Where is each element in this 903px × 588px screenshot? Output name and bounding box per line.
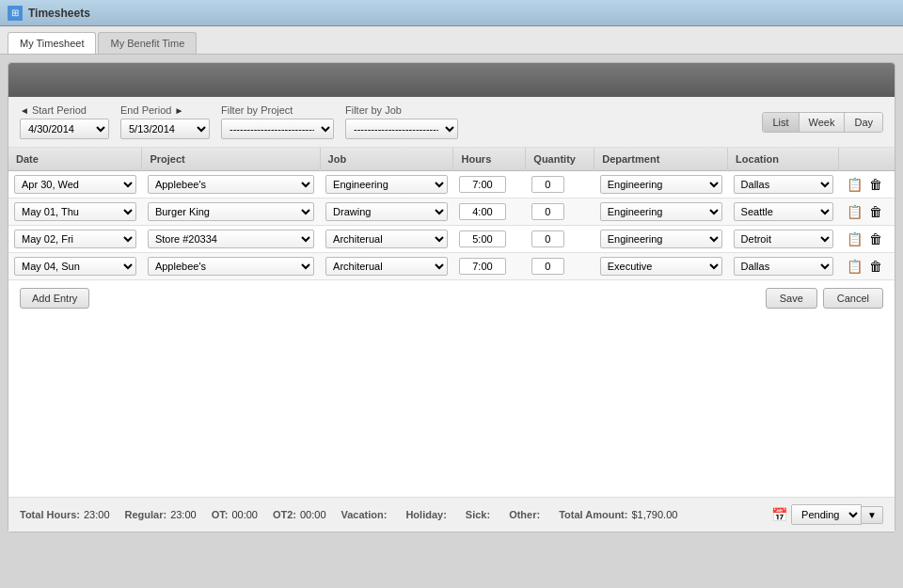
date-select-1[interactable]: May 01, Thu xyxy=(14,202,136,221)
job-select-2[interactable]: Architerual xyxy=(325,230,448,248)
edit-button-2[interactable]: 📋 xyxy=(845,230,864,248)
hours-input-0[interactable] xyxy=(459,176,506,193)
filter-job-select[interactable]: ---------------------------- xyxy=(345,119,458,139)
edit-button-1[interactable]: 📋 xyxy=(845,202,864,221)
action-bar: Add Entry Save Cancel xyxy=(8,280,895,316)
qty-input-1[interactable] xyxy=(531,203,564,220)
regular-stat: Regular: 23:00 xyxy=(125,509,197,520)
project-select-0[interactable]: Applebee's xyxy=(148,175,314,194)
qty-cell-1 xyxy=(526,199,594,226)
hours-input-3[interactable] xyxy=(459,258,506,275)
add-entry-button[interactable]: Add Entry xyxy=(20,288,89,309)
vacation-stat: Vacation: xyxy=(341,509,391,520)
hours-input-1[interactable] xyxy=(459,203,506,220)
qty-input-2[interactable] xyxy=(531,230,564,247)
loc-select-0[interactable]: Dallas xyxy=(734,175,833,194)
filter-project-group: Filter by Project ----------------------… xyxy=(221,104,334,139)
ot2-stat: OT2: 00:00 xyxy=(273,509,326,520)
vacation-label: Vacation: xyxy=(341,509,388,520)
actions-cell-1: 📋 🗑 xyxy=(839,199,895,226)
ot2-label: OT2: xyxy=(273,509,296,520)
end-period-select[interactable]: 5/13/2014 xyxy=(120,119,210,139)
delete-button-3[interactable]: 🗑 xyxy=(867,257,884,276)
job-cell-2: Architerual xyxy=(320,226,453,253)
view-week-button[interactable]: Week xyxy=(800,113,846,132)
job-select-1[interactable]: Drawing xyxy=(325,202,448,221)
status-arrow-button[interactable]: ▼ xyxy=(862,506,883,524)
title-bar: ⊞ Timesheets xyxy=(0,0,903,26)
start-period-prev-arrow[interactable]: ◄ xyxy=(20,105,29,116)
project-select-3[interactable]: Applebee's xyxy=(148,257,314,276)
loc-cell-1: Seattle xyxy=(728,199,839,226)
dept-select-1[interactable]: Engineering xyxy=(600,202,722,221)
project-select-2[interactable]: Store #20334 xyxy=(148,230,314,248)
tabs-bar: My Timesheet My Benefit Time xyxy=(0,26,903,55)
date-select-0[interactable]: Apr 30, Wed xyxy=(14,175,136,194)
project-cell-0: Applebee's xyxy=(142,171,320,199)
hours-cell-1 xyxy=(453,199,526,226)
filter-job-group: Filter by Job --------------------------… xyxy=(345,104,458,139)
end-period-next-arrow[interactable]: ► xyxy=(174,105,183,116)
end-period-label: End Period ► xyxy=(120,104,210,116)
filter-job-label: Filter by Job xyxy=(345,104,458,116)
col-project: Project xyxy=(142,148,320,171)
col-hours: Hours xyxy=(453,148,526,171)
loc-select-1[interactable]: Seattle xyxy=(734,202,833,221)
save-button[interactable]: Save xyxy=(766,288,817,309)
main-panel: ◄ Start Period 4/30/2014 End Period ► 5/… xyxy=(8,62,895,532)
timesheet-table: Date Project Job Hours Quantity Departme… xyxy=(8,148,895,280)
main-window: ⊞ Timesheets My Timesheet My Benefit Tim… xyxy=(0,0,903,588)
regular-value: 23:00 xyxy=(170,509,197,520)
delete-button-2[interactable]: 🗑 xyxy=(867,230,884,248)
table-row: May 04, Sun Applebee's Architerual xyxy=(8,253,895,280)
job-select-3[interactable]: Architerual xyxy=(325,257,448,276)
date-select-3[interactable]: May 04, Sun xyxy=(14,257,136,276)
hours-input-2[interactable] xyxy=(459,230,506,247)
action-right: Save Cancel xyxy=(766,288,883,309)
project-select-1[interactable]: Burger King xyxy=(148,202,314,221)
other-label: Other: xyxy=(509,509,540,520)
qty-input-3[interactable] xyxy=(531,258,564,275)
delete-button-0[interactable]: 🗑 xyxy=(867,175,884,194)
date-cell-2: May 02, Fri xyxy=(8,226,142,253)
loc-select-2[interactable]: Detroit xyxy=(734,230,833,248)
start-period-select[interactable]: 4/30/2014 xyxy=(20,119,109,139)
edit-button-3[interactable]: 📋 xyxy=(845,257,864,276)
date-select-2[interactable]: May 02, Fri xyxy=(14,230,136,248)
project-cell-1: Burger King xyxy=(142,199,320,226)
tab-my-benefit-time[interactable]: My Benefit Time xyxy=(98,32,197,54)
delete-button-1[interactable]: 🗑 xyxy=(867,202,884,221)
tab-my-timesheet[interactable]: My Timesheet xyxy=(8,32,96,54)
content-area: Add Entry Save Cancel xyxy=(8,280,895,497)
app-icon: ⊞ xyxy=(8,6,23,21)
view-list-button[interactable]: List xyxy=(763,113,799,132)
dept-cell-3: Executive xyxy=(594,253,728,280)
start-period-label: ◄ Start Period xyxy=(20,104,109,116)
end-period-group: End Period ► 5/13/2014 xyxy=(120,104,210,139)
qty-input-0[interactable] xyxy=(531,176,564,193)
job-select-0[interactable]: Engineering xyxy=(325,175,448,194)
toolbar: ◄ Start Period 4/30/2014 End Period ► 5/… xyxy=(8,97,895,148)
loc-select-3[interactable]: Dallas xyxy=(734,257,833,276)
other-stat: Other: xyxy=(509,509,544,520)
status-select[interactable]: Pending xyxy=(791,504,862,525)
table-row: May 01, Thu Burger King Drawing xyxy=(8,199,895,226)
table-area: Date Project Job Hours Quantity Departme… xyxy=(8,148,895,280)
dept-select-2[interactable]: Engineering xyxy=(600,230,722,248)
sick-label: Sick: xyxy=(466,509,490,520)
filter-project-select[interactable]: ---------------------------- xyxy=(221,119,334,139)
total-hours-stat: Total Hours: 23:00 xyxy=(20,509,110,520)
qty-cell-0 xyxy=(526,171,594,199)
regular-label: Regular: xyxy=(125,509,167,520)
col-date: Date xyxy=(8,148,142,171)
start-period-group: ◄ Start Period 4/30/2014 xyxy=(20,104,109,139)
view-day-button[interactable]: Day xyxy=(845,113,882,132)
dept-select-0[interactable]: Engineering xyxy=(600,175,722,194)
total-amount-label: Total Amount: xyxy=(559,509,627,520)
dept-select-3[interactable]: Executive xyxy=(600,257,722,276)
cancel-button[interactable]: Cancel xyxy=(823,288,883,309)
edit-button-0[interactable]: 📋 xyxy=(845,175,864,194)
col-actions xyxy=(839,148,895,171)
table-header-row: Date Project Job Hours Quantity Departme… xyxy=(8,148,895,171)
project-cell-3: Applebee's xyxy=(142,253,320,280)
